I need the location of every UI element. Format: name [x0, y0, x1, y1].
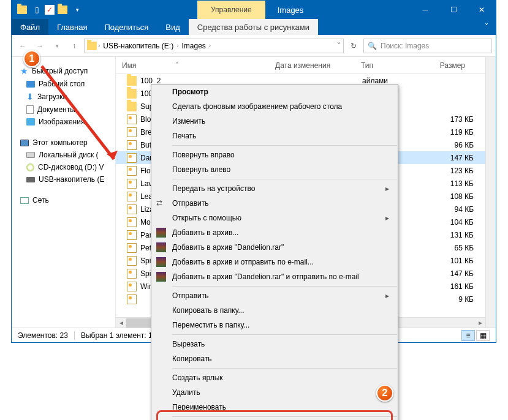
- menu-item[interactable]: Печать: [151, 129, 398, 143]
- menu-label: Отправить: [172, 199, 209, 208]
- menu-item[interactable]: Копировать: [151, 351, 398, 366]
- img-icon: [127, 192, 137, 201]
- nav-recent-icon[interactable]: ▾: [50, 39, 64, 53]
- qat-btn2[interactable]: [56, 3, 69, 17]
- file-size: 101 КБ: [430, 257, 474, 265]
- context-menu[interactable]: ПросмотрСделать фоновым изображением раб…: [151, 84, 398, 420]
- menu-separator: [172, 334, 397, 335]
- menu-label: Создать ярлык: [172, 373, 223, 382]
- menu-item[interactable]: Добавить в архив "Dandelion.rar" и отпра…: [151, 269, 398, 284]
- menu-label: Отправить: [172, 291, 209, 300]
- qat-check-icon[interactable]: ✓: [45, 5, 55, 15]
- nav-up-icon[interactable]: ↑: [67, 39, 82, 53]
- scroll-right-icon[interactable]: ▸: [475, 318, 485, 328]
- tab-picture-tools[interactable]: Средства работы с рисунками: [189, 19, 318, 35]
- menu-item[interactable]: Отправить▸: [151, 288, 398, 303]
- col-type[interactable]: Тип: [355, 61, 422, 70]
- usb-icon: [26, 177, 35, 182]
- img-icon: [127, 230, 137, 240]
- addr-drop-icon[interactable]: ˅: [337, 42, 341, 50]
- menu-label: Повернуть влево: [172, 165, 230, 174]
- menu-label: Добавить в архив и отправить по e-mail..…: [172, 258, 314, 266]
- ribbon: Файл Главная Поделиться Вид Средства раб…: [12, 19, 496, 35]
- menu-label: Сделать фоновым изображением рабочего ст…: [172, 102, 342, 111]
- tab-home[interactable]: Главная: [48, 19, 96, 35]
- menu-item[interactable]: Создать ярлык: [151, 370, 398, 385]
- file-size: 9 КБ: [430, 295, 474, 304]
- minimize-button[interactable]: ─: [411, 1, 439, 19]
- document-icon: [26, 105, 34, 114]
- menu-item[interactable]: Добавить в архив "Dandelion.rar": [151, 240, 398, 255]
- maximize-button[interactable]: ☐: [439, 1, 468, 19]
- menu-item[interactable]: Просмотр: [151, 84, 398, 99]
- menu-item[interactable]: ⇄Отправить: [151, 196, 398, 211]
- titlebar: ▯ ✓ ▾ Управление Images ─ ☐ ✕: [12, 1, 496, 19]
- tab-file[interactable]: Файл: [12, 19, 48, 35]
- search-icon: 🔍: [368, 42, 377, 50]
- file-size: 131 КБ: [430, 231, 474, 239]
- menu-label: Удалить: [172, 388, 200, 397]
- menu-item[interactable]: Повернуть влево: [151, 162, 398, 177]
- col-date[interactable]: Дата изменения: [269, 61, 355, 70]
- menu-label: Добавить в архив...: [172, 228, 238, 237]
- menu-item[interactable]: Добавить в архив...: [151, 225, 398, 240]
- breadcrumb-seg[interactable]: USB-накопитель (E:): [101, 42, 175, 50]
- annotation-badge-1: 1: [23, 50, 40, 67]
- file-size: 123 КБ: [430, 167, 474, 175]
- view-details-icon[interactable]: ≡: [461, 330, 475, 341]
- img-icon: [127, 256, 137, 266]
- refresh-icon[interactable]: ↻: [346, 39, 361, 53]
- search-placeholder: Поиск: Images: [381, 42, 429, 50]
- img-icon: [127, 243, 137, 253]
- ribbon-expand-icon[interactable]: ˅: [477, 19, 496, 35]
- chevron-right-icon[interactable]: ›: [209, 42, 211, 49]
- file-size: 104 КБ: [430, 218, 474, 227]
- img-icon: [127, 282, 137, 291]
- breadcrumb-seg[interactable]: Images: [180, 42, 207, 50]
- column-headers[interactable]: Имя ˄ Дата изменения Тип Размер: [116, 57, 496, 74]
- scroll-thumb[interactable]: [126, 318, 151, 328]
- menu-item[interactable]: Передать на устройство▸: [151, 181, 398, 196]
- menu-item[interactable]: Повернуть вправо: [151, 148, 398, 162]
- submenu-icon: ▸: [385, 184, 389, 193]
- view-large-icon[interactable]: ▦: [476, 330, 490, 341]
- sidebar-network[interactable]: Сеть: [12, 194, 115, 206]
- menu-label: Копировать в папку...: [172, 306, 245, 315]
- menu-item[interactable]: Открыть с помощью▸: [151, 211, 398, 225]
- col-size[interactable]: Размер: [422, 61, 471, 70]
- close-button[interactable]: ✕: [468, 1, 496, 19]
- cd-icon: [26, 163, 34, 171]
- file-size: 147 КБ: [430, 154, 474, 162]
- col-name[interactable]: Имя ˄: [116, 61, 269, 70]
- file-size: 147 КБ: [430, 269, 474, 278]
- scrollbar-vertical[interactable]: [485, 57, 496, 328]
- menu-label: Повернуть вправо: [172, 151, 235, 159]
- search-input[interactable]: 🔍 Поиск: Images: [363, 39, 492, 53]
- chevron-right-icon[interactable]: ›: [176, 42, 178, 49]
- menu-item[interactable]: Изменить: [151, 114, 398, 129]
- menu-label: Переместить в папку...: [172, 321, 249, 329]
- menu-label: Добавить в архив "Dandelion.rar" и отпра…: [172, 272, 359, 281]
- file-size: 161 КБ: [430, 282, 474, 291]
- menu-label: Передать на устройство: [172, 184, 255, 193]
- share-icon: ⇄: [156, 198, 166, 208]
- contextual-tab[interactable]: Управление: [197, 1, 265, 19]
- tab-view[interactable]: Вид: [157, 19, 189, 35]
- menu-item[interactable]: Вырезать: [151, 337, 398, 351]
- tab-share[interactable]: Поделиться: [96, 19, 157, 35]
- chevron-right-icon[interactable]: ›: [98, 42, 100, 49]
- rar-icon: [156, 257, 166, 267]
- disk-icon: [26, 152, 35, 158]
- qat-drop-icon[interactable]: ▾: [70, 3, 84, 17]
- menu-item[interactable]: Копировать в папку...: [151, 303, 398, 318]
- menu-item[interactable]: Переместить в папку...: [151, 318, 398, 332]
- menu-item[interactable]: Переименовать: [151, 400, 398, 414]
- sidebar-usb-drive[interactable]: USB-накопитель (E: [12, 173, 115, 186]
- folder-icon: [87, 42, 97, 50]
- address-bar[interactable]: › USB-накопитель (E:) › Images › ˅: [84, 39, 344, 53]
- menu-item[interactable]: Удалить: [151, 385, 398, 400]
- qat-btn[interactable]: ▯: [30, 3, 44, 17]
- menu-item[interactable]: Сделать фоновым изображением рабочего ст…: [151, 99, 398, 114]
- scroll-left-icon[interactable]: ◂: [116, 318, 126, 328]
- menu-item[interactable]: Добавить в архив и отправить по e-mail..…: [151, 255, 398, 269]
